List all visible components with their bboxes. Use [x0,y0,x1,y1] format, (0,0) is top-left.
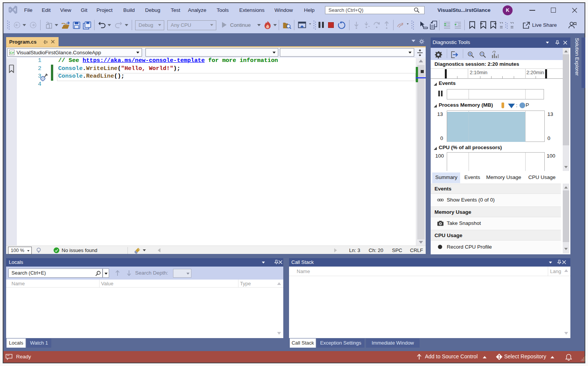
svg-text:C#: C# [10,51,14,55]
